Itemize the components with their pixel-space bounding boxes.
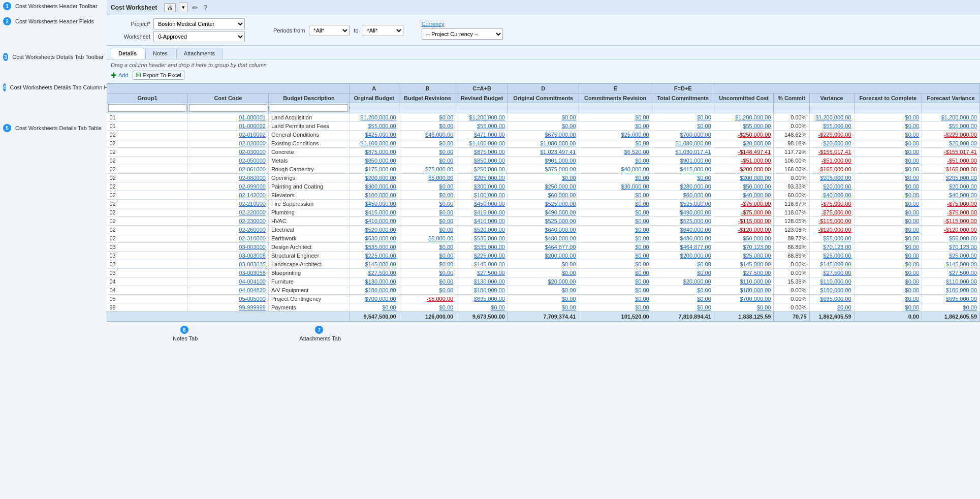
- export-excel-button[interactable]: ☒ Export To Excel: [133, 71, 184, 80]
- cell-variance[interactable]: -$165,000.00: [809, 165, 854, 174]
- periods-from-select[interactable]: *All*: [309, 25, 350, 36]
- cell-revised-budget[interactable]: $27,500.00: [456, 269, 508, 277]
- cell-variance[interactable]: $695,000.00: [809, 295, 854, 303]
- cell-forecast-variance[interactable]: $55,000.00: [922, 122, 980, 131]
- cell-commit-rev[interactable]: $0.00: [579, 157, 652, 165]
- worksheet-select[interactable]: 0-Approved: [153, 31, 245, 42]
- cell-orig-budget[interactable]: $530,000.00: [349, 234, 399, 243]
- cell-variance[interactable]: $20,000.00: [809, 182, 854, 191]
- cell-total-commit[interactable]: $200,000.00: [652, 252, 714, 260]
- cell-revised-budget[interactable]: $535,000.00: [456, 234, 508, 243]
- cell-orig-commit[interactable]: $0.00: [508, 260, 579, 269]
- cell-forecast-variance[interactable]: $695,000.00: [922, 295, 980, 303]
- cell-total-commit[interactable]: $525,000.00: [652, 217, 714, 226]
- cell-cost-code[interactable]: 02-050000: [187, 157, 268, 165]
- cell-uncommit[interactable]: -$51,000.00: [714, 157, 774, 165]
- help-icon[interactable]: ?: [203, 4, 207, 12]
- cell-orig-budget[interactable]: $300,000.00: [349, 182, 399, 191]
- cell-commit-rev[interactable]: $0.00: [579, 200, 652, 208]
- cell-total-commit[interactable]: $0.00: [652, 260, 714, 269]
- cell-forecast-variance[interactable]: $110,000.00: [922, 277, 980, 286]
- cell-forecast-variance[interactable]: $145,000.00: [922, 260, 980, 269]
- cell-variance[interactable]: $40,000.00: [809, 191, 854, 200]
- cell-revised-budget[interactable]: $520,000.00: [456, 226, 508, 234]
- cell-commit-rev[interactable]: $0.00: [579, 208, 652, 217]
- cell-forecast-variance[interactable]: $70,123.00: [922, 243, 980, 252]
- cell-commit-rev[interactable]: $0.00: [579, 243, 652, 252]
- cell-forecast-variance[interactable]: $40,000.00: [922, 191, 980, 200]
- cell-budget-rev[interactable]: $0.00: [399, 226, 456, 234]
- cell-uncommit[interactable]: $0.00: [714, 303, 774, 312]
- cell-budget-rev[interactable]: $0.00: [399, 208, 456, 217]
- cell-forecast-variance[interactable]: $20,000.00: [922, 139, 980, 148]
- cell-revised-budget[interactable]: $225,000.00: [456, 252, 508, 260]
- cell-cost-code[interactable]: 01-000002: [187, 122, 268, 131]
- cell-orig-budget[interactable]: $410,000.00: [349, 217, 399, 226]
- cell-budget-rev[interactable]: $0.00: [399, 191, 456, 200]
- cell-orig-budget[interactable]: $100,000.00: [349, 191, 399, 200]
- desc-filter[interactable]: [270, 104, 348, 112]
- group1-filter[interactable]: [108, 104, 186, 112]
- cell-cost-code[interactable]: 03-003008: [187, 252, 268, 260]
- cell-variance[interactable]: -$75,000.00: [809, 208, 854, 217]
- cell-cost-code[interactable]: 02-220000: [187, 208, 268, 217]
- cell-revised-budget[interactable]: $130,000.00: [456, 277, 508, 286]
- cell-commit-rev[interactable]: $0.00: [579, 234, 652, 243]
- cell-total-commit[interactable]: $0.00: [652, 174, 714, 182]
- cell-uncommit[interactable]: -$75,000.00: [714, 208, 774, 217]
- cell-total-commit[interactable]: $901,000.00: [652, 157, 714, 165]
- cell-variance[interactable]: $20,000.00: [809, 139, 854, 148]
- cell-uncommit[interactable]: -$75,000.00: [714, 200, 774, 208]
- cell-budget-rev[interactable]: $0.00: [399, 200, 456, 208]
- cell-cost-code[interactable]: 02-020000: [187, 139, 268, 148]
- cell-variance[interactable]: $70,123.00: [809, 243, 854, 252]
- cell-orig-budget[interactable]: $0.00: [349, 303, 399, 312]
- cell-variance[interactable]: $180,000.00: [809, 286, 854, 295]
- cell-total-commit[interactable]: $0.00: [652, 303, 714, 312]
- cell-total-commit[interactable]: $480,000.00: [652, 234, 714, 243]
- cell-revised-budget[interactable]: $300,000.00: [456, 182, 508, 191]
- cell-forecast-variance[interactable]: -$75,000.00: [922, 208, 980, 217]
- cell-uncommit[interactable]: $55,000.00: [714, 122, 774, 131]
- cell-orig-budget[interactable]: $850,000.00: [349, 157, 399, 165]
- cell-cost-code[interactable]: 01-000001: [187, 113, 268, 122]
- cell-cost-code[interactable]: 02-099000: [187, 182, 268, 191]
- cell-cost-code[interactable]: 05-005000: [187, 295, 268, 303]
- cell-forecast-complete[interactable]: $0.00: [854, 243, 922, 252]
- cell-forecast-complete[interactable]: $0.00: [854, 113, 922, 122]
- cell-commit-rev[interactable]: $30,000.00: [579, 182, 652, 191]
- cell-cost-code[interactable]: 02-210000: [187, 200, 268, 208]
- cell-forecast-complete[interactable]: $0.00: [854, 200, 922, 208]
- cell-variance[interactable]: -$229,000.00: [809, 131, 854, 139]
- cell-variance[interactable]: -$155,017.41: [809, 148, 854, 157]
- cell-forecast-variance[interactable]: $205,000.00: [922, 174, 980, 182]
- cell-orig-commit[interactable]: $0.00: [508, 122, 579, 131]
- cell-forecast-complete[interactable]: $0.00: [854, 131, 922, 139]
- cell-orig-commit[interactable]: $375,000.00: [508, 165, 579, 174]
- cell-forecast-complete[interactable]: $0.00: [854, 295, 922, 303]
- cell-revised-budget[interactable]: $100,000.00: [456, 191, 508, 200]
- cell-orig-commit[interactable]: $250,000.00: [508, 182, 579, 191]
- cell-commit-rev[interactable]: $0.00: [579, 295, 652, 303]
- cell-commit-rev[interactable]: $0.00: [579, 252, 652, 260]
- cell-uncommit[interactable]: $20,000.00: [714, 139, 774, 148]
- cell-uncommit[interactable]: $70,123.00: [714, 243, 774, 252]
- cell-total-commit[interactable]: $525,000.00: [652, 200, 714, 208]
- cell-commit-rev[interactable]: $6,520.00: [579, 148, 652, 157]
- currency-select[interactable]: -- Project Currency --: [422, 28, 503, 40]
- cell-orig-commit[interactable]: $0.00: [508, 174, 579, 182]
- cell-orig-budget[interactable]: $875,000.00: [349, 148, 399, 157]
- cell-orig-commit[interactable]: $1,080,000.00: [508, 139, 579, 148]
- cell-forecast-variance[interactable]: $0.00: [922, 303, 980, 312]
- cell-forecast-complete[interactable]: $0.00: [854, 174, 922, 182]
- cell-uncommit[interactable]: $27,500.00: [714, 269, 774, 277]
- cell-forecast-complete[interactable]: $0.00: [854, 277, 922, 286]
- cell-budget-rev[interactable]: $0.00: [399, 113, 456, 122]
- cell-uncommit[interactable]: $25,000.00: [714, 252, 774, 260]
- cell-budget-rev[interactable]: $0.00: [399, 277, 456, 286]
- cell-forecast-complete[interactable]: $0.00: [854, 165, 922, 174]
- cell-orig-commit[interactable]: $60,000.00: [508, 191, 579, 200]
- cell-variance[interactable]: $205,000.00: [809, 174, 854, 182]
- currency-link[interactable]: Currency: [422, 21, 503, 27]
- cell-orig-commit[interactable]: $525,000.00: [508, 217, 579, 226]
